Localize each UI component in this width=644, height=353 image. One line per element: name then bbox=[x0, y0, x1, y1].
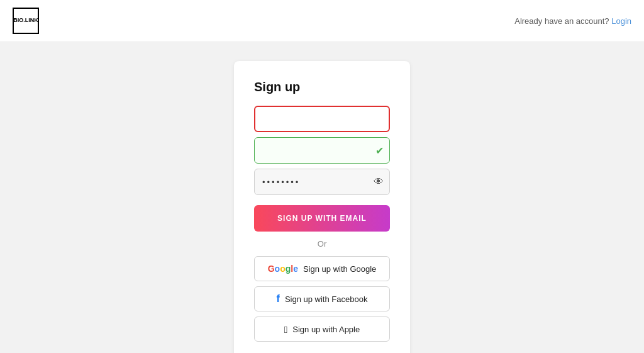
signup-google-button[interactable]: Google Sign up with Google bbox=[254, 256, 390, 281]
already-account-text: Already have an account? bbox=[514, 16, 609, 26]
apple-icon:  bbox=[284, 324, 287, 335]
facebook-icon: f bbox=[277, 293, 280, 305]
header: BIO. LINK Already have an account? Login bbox=[0, 0, 644, 42]
username-input-wrapper bbox=[254, 106, 390, 132]
header-right: Already have an account? Login bbox=[514, 16, 631, 26]
valid-check-icon: ✔ bbox=[375, 145, 384, 157]
main-content: Sign up ✔ 👁 SIGN UP WITH EMAIL Or Google… bbox=[0, 42, 644, 353]
facebook-button-label: Sign up with Facebook bbox=[285, 294, 368, 304]
email-input-wrapper: ✔ bbox=[254, 137, 390, 164]
card-title: Sign up bbox=[254, 80, 390, 94]
login-link[interactable]: Login bbox=[611, 16, 631, 26]
logo: BIO. LINK bbox=[13, 8, 39, 34]
signup-card: Sign up ✔ 👁 SIGN UP WITH EMAIL Or Google… bbox=[234, 61, 410, 353]
google-icon: Google bbox=[268, 264, 298, 274]
password-input-wrapper: 👁 bbox=[254, 169, 390, 195]
signup-email-button[interactable]: SIGN UP WITH EMAIL bbox=[254, 205, 390, 232]
eye-icon[interactable]: 👁 bbox=[374, 176, 384, 188]
or-divider: Or bbox=[254, 239, 390, 249]
signup-facebook-button[interactable]: f Sign up with Facebook bbox=[254, 286, 390, 311]
email-input[interactable] bbox=[254, 137, 390, 164]
signup-apple-button[interactable]:  Sign up with Apple bbox=[254, 317, 390, 342]
password-input[interactable] bbox=[254, 169, 390, 195]
apple-button-label: Sign up with Apple bbox=[292, 325, 360, 334]
username-input[interactable] bbox=[254, 106, 390, 132]
google-button-label: Sign up with Google bbox=[303, 264, 376, 274]
